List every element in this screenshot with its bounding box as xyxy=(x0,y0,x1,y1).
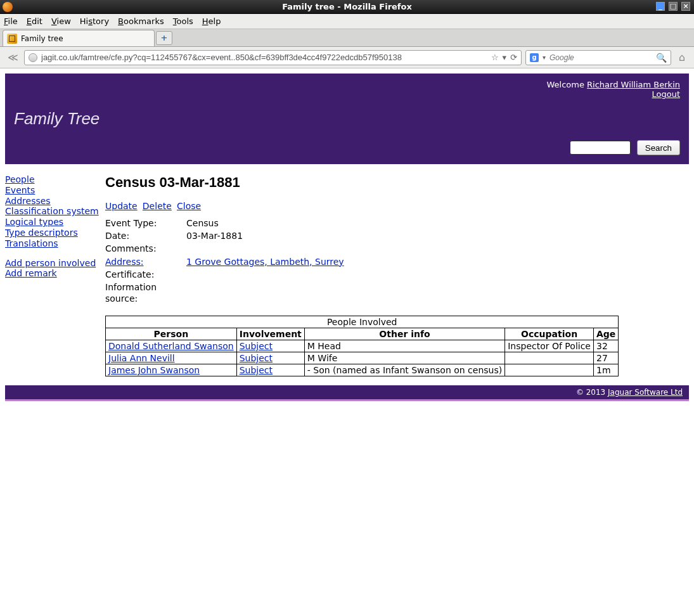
nav-people[interactable]: People xyxy=(5,174,100,185)
person-link[interactable]: Julia Ann Nevill xyxy=(108,353,175,363)
tabbar: Family tree + xyxy=(0,29,694,47)
action-links: Update Delete Close xyxy=(105,201,689,211)
user-link[interactable]: Richard William Berkin xyxy=(587,80,680,89)
person-link[interactable]: James John Swanson xyxy=(108,365,200,375)
age-cell: 27 xyxy=(593,352,618,364)
close-window-button[interactable]: × xyxy=(681,2,690,11)
browser-tab[interactable]: Family tree xyxy=(3,30,155,46)
menu-edit[interactable]: Edit xyxy=(27,16,42,26)
welcome-label: Welcome xyxy=(546,80,587,89)
other-cell: M Wife xyxy=(304,352,504,364)
occupation-cell xyxy=(505,352,594,364)
main-content: Census 03-Mar-1881 Update Delete Close E… xyxy=(105,174,689,376)
nav-add-remark[interactable]: Add remark xyxy=(5,268,100,279)
sidebar: People Events Addresses Classification s… xyxy=(5,174,105,376)
window-titlebar: Family tree - Mozilla Firefox _ □ × xyxy=(0,0,694,14)
google-icon: g xyxy=(530,53,539,62)
firefox-icon xyxy=(3,2,13,12)
back-button[interactable]: ≪ xyxy=(5,51,20,65)
logout-link[interactable]: Logout xyxy=(652,89,680,99)
menu-history[interactable]: History xyxy=(80,16,109,26)
table-caption: People Involved xyxy=(106,316,619,328)
nav-addresses[interactable]: Addresses xyxy=(5,196,100,207)
nav-toolbar: ≪ ☆ ▾ ⟳ g ▾ 🔍 ⌂ xyxy=(0,47,694,68)
nav-logical-types[interactable]: Logical types xyxy=(5,217,100,228)
bookmark-star-icon[interactable]: ☆ xyxy=(491,53,499,62)
col-involvement: Involvement xyxy=(236,328,304,340)
address-value: 1 Grove Gottages, Lambeth, Surrey xyxy=(186,256,344,267)
occupation-cell: Inspector Of Police xyxy=(505,340,594,352)
menu-help[interactable]: Help xyxy=(202,16,221,26)
certificate-label: Certificate: xyxy=(105,269,186,280)
tab-title: Family tree xyxy=(21,31,63,46)
site-search-button[interactable] xyxy=(637,140,680,155)
tab-favicon xyxy=(7,34,17,44)
browser-search-bar[interactable]: g ▾ 🔍 xyxy=(525,50,671,65)
date-label: Date: xyxy=(105,230,186,241)
browser-search-input[interactable] xyxy=(549,53,652,62)
menu-tools[interactable]: Tools xyxy=(173,16,193,26)
address-label: Address: xyxy=(105,256,186,267)
globe-icon xyxy=(29,53,37,62)
event-type-label: Event Type: xyxy=(105,217,186,229)
minimize-button[interactable]: _ xyxy=(656,2,665,11)
menubar: File Edit View History Bookmarks Tools H… xyxy=(0,14,694,29)
menu-view[interactable]: View xyxy=(51,16,71,26)
table-row: Donald Sutherland Swanson Subject M Head… xyxy=(106,340,619,352)
url-dropdown-icon[interactable]: ▾ xyxy=(503,53,507,62)
other-cell: M Head xyxy=(304,340,504,352)
close-link[interactable]: Close xyxy=(177,201,201,211)
search-engine-dropdown-icon[interactable]: ▾ xyxy=(543,54,546,61)
company-link[interactable]: Jaguar Software Ltd xyxy=(608,388,683,397)
url-bar[interactable]: ☆ ▾ ⟳ xyxy=(24,50,522,65)
page-heading: Census 03-Mar-1881 xyxy=(105,174,689,191)
other-cell: - Son (named as Infant Swanson on census… xyxy=(304,364,504,376)
involvement-link[interactable]: Subject xyxy=(240,365,273,375)
site-title: Family Tree xyxy=(14,109,680,129)
maximize-button[interactable]: □ xyxy=(669,2,678,11)
nav-classification-system[interactable]: Classification system xyxy=(5,206,100,217)
involvement-link[interactable]: Subject xyxy=(240,353,273,363)
comments-label: Comments: xyxy=(105,243,186,254)
col-occupation: Occupation xyxy=(505,328,594,340)
info-source-label: Information source: xyxy=(105,281,186,304)
reload-icon[interactable]: ⟳ xyxy=(510,53,517,62)
person-link[interactable]: Donald Sutherland Swanson xyxy=(108,341,234,351)
age-cell: 32 xyxy=(593,340,618,352)
col-person: Person xyxy=(106,328,237,340)
involvement-link[interactable]: Subject xyxy=(240,341,273,351)
col-other: Other info xyxy=(304,328,504,340)
new-tab-button[interactable]: + xyxy=(156,31,172,45)
window-title: Family tree - Mozilla Firefox xyxy=(282,2,412,11)
address-link[interactable]: 1 Grove Gottages, Lambeth, Surrey xyxy=(186,257,344,267)
nav-translations[interactable]: Translations xyxy=(5,238,100,249)
site-banner: Welcome Richard William Berkin Logout Fa… xyxy=(5,74,689,164)
table-row: James John Swanson Subject - Son (named … xyxy=(106,364,619,376)
event-type-value: Census xyxy=(186,217,219,229)
welcome-line: Welcome Richard William Berkin Logout xyxy=(14,80,680,99)
search-submit-icon[interactable]: 🔍 xyxy=(656,53,667,63)
nav-events[interactable]: Events xyxy=(5,185,100,196)
people-involved-table: People Involved Person Involvement Other… xyxy=(105,316,619,376)
menu-bookmarks[interactable]: Bookmarks xyxy=(118,16,164,26)
delete-link[interactable]: Delete xyxy=(143,201,172,211)
menu-file[interactable]: File xyxy=(4,16,18,26)
date-value: 03-Mar-1881 xyxy=(186,230,243,241)
site-search-input[interactable] xyxy=(570,141,631,155)
site-footer: © 2013 Jaguar Software Ltd xyxy=(5,385,689,401)
nav-type-descriptors[interactable]: Type descriptors xyxy=(5,228,100,238)
nav-add-person-involved[interactable]: Add person involved xyxy=(5,258,100,269)
event-details: Event Type: Census Date: 03-Mar-1881 Com… xyxy=(105,217,689,304)
occupation-cell xyxy=(505,364,594,376)
url-input[interactable] xyxy=(41,53,487,62)
update-link[interactable]: Update xyxy=(105,201,138,211)
copyright-text: © 2013 xyxy=(576,388,608,397)
age-cell: 1m xyxy=(593,364,618,376)
home-button[interactable]: ⌂ xyxy=(675,51,689,65)
table-row: Julia Ann Nevill Subject M Wife 27 xyxy=(106,352,619,364)
col-age: Age xyxy=(593,328,618,340)
